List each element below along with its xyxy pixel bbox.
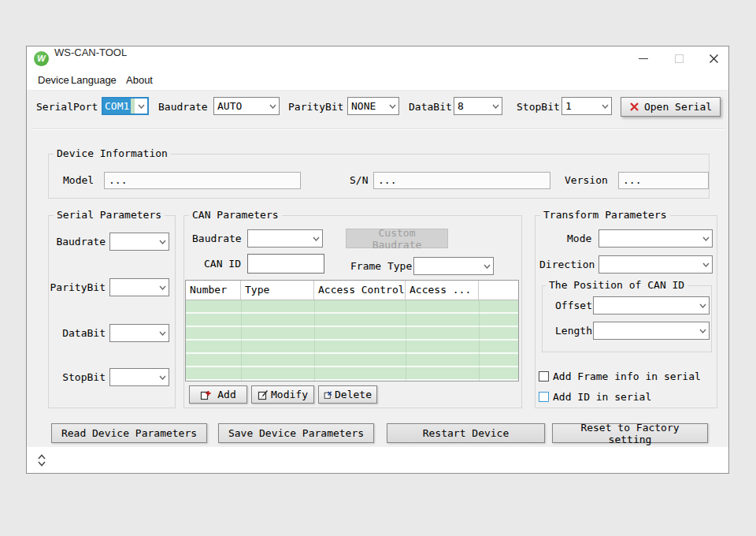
can-filter-table: Number Type Access Control Access ...	[185, 280, 519, 382]
baudrate-combobox[interactable]: AUTO	[213, 97, 280, 115]
add-label: Add	[217, 389, 235, 400]
model-field: ...	[104, 172, 301, 189]
sp-baudrate-combobox[interactable]	[109, 233, 169, 251]
length-label: Length	[555, 322, 592, 340]
minimize-button[interactable]	[631, 50, 656, 67]
can-id-input[interactable]	[247, 254, 324, 274]
sp-paritybit-value	[110, 279, 156, 296]
delete-icon	[324, 389, 332, 400]
transform-parameters-title: Transform Parameters	[540, 209, 670, 221]
table-header-access-control[interactable]: Access Control	[314, 281, 406, 300]
device-information-group: Device Information Model ... S/N ... Ver…	[48, 154, 710, 199]
minimize-icon	[639, 58, 648, 59]
save-device-parameters-label: Save Device Parameters	[228, 427, 364, 439]
menu-device[interactable]: Device	[38, 71, 69, 90]
direction-value	[599, 256, 699, 273]
paritybit-combobox[interactable]: NONE	[347, 97, 399, 115]
databit-value: 8	[454, 98, 489, 114]
reset-factory-label: Reset to Factory setting	[558, 422, 702, 445]
table-header-row: Number Type Access Control Access ...	[186, 281, 518, 300]
table-body[interactable]	[186, 300, 518, 381]
close-icon	[709, 54, 719, 64]
serial-parameters-group: Serial Parameters Baudrate ParityBit Dat…	[48, 215, 176, 408]
chevron-down-icon	[598, 98, 611, 114]
databit-label: DataBit	[409, 97, 452, 117]
table-header-access[interactable]: Access ...	[406, 281, 479, 300]
custom-baudrate-label: Custom Baudrate	[351, 227, 443, 251]
sp-databit-combobox[interactable]	[109, 324, 169, 342]
menu-about[interactable]: About	[126, 71, 153, 90]
chevron-down-icon	[699, 256, 712, 273]
spinner-up-icon[interactable]	[38, 454, 46, 460]
serialport-value: COM1	[103, 99, 131, 114]
offset-combobox[interactable]	[593, 296, 710, 315]
table-header-type[interactable]: Type	[241, 281, 314, 300]
sp-databit-label: DataBit	[62, 324, 106, 342]
direction-label: Direction	[539, 255, 595, 274]
read-device-parameters-label: Read Device Parameters	[61, 427, 197, 439]
paritybit-value: NONE	[348, 98, 386, 114]
serial-parameters-title: Serial Parameters	[54, 209, 165, 221]
chevron-down-icon	[156, 279, 169, 296]
can-baudrate-combobox[interactable]	[247, 229, 323, 248]
sn-label: S/N	[350, 172, 368, 189]
frame-type-label: Frame Type	[350, 257, 412, 275]
sp-stopbit-label: StopBit	[62, 368, 106, 386]
stopbit-combobox[interactable]: 1	[561, 97, 612, 115]
can-id-position-title: The Position of CAN ID	[546, 279, 687, 292]
sp-baudrate-label: Baudrate	[56, 233, 106, 251]
maximize-button[interactable]	[666, 50, 691, 67]
delete-button[interactable]: Delete	[318, 385, 377, 404]
frame-type-value	[414, 258, 480, 274]
offset-label: Offset	[555, 296, 592, 315]
serialport-combobox[interactable]: COM1	[102, 97, 149, 115]
window-title: WS-CAN-TOOL	[54, 47, 127, 71]
add-file-icon	[200, 389, 211, 400]
add-frame-info-label: Add Frame info in serial	[553, 370, 701, 382]
chevron-down-icon	[489, 98, 502, 114]
open-serial-label: Open Serial	[644, 101, 712, 113]
column-separator	[314, 300, 315, 381]
menu-language[interactable]: Language	[71, 71, 117, 90]
add-button[interactable]: Add	[189, 385, 247, 404]
chevron-down-icon	[309, 230, 322, 247]
chevron-down-icon	[135, 99, 147, 114]
open-serial-button[interactable]: Open Serial	[621, 97, 721, 117]
sp-stopbit-value	[110, 369, 156, 385]
save-device-parameters-button[interactable]: Save Device Parameters	[218, 423, 374, 443]
table-header-blank[interactable]	[479, 281, 518, 300]
log-panel-spinner	[36, 451, 47, 470]
paritybit-label: ParityBit	[288, 97, 343, 117]
menu-bar: Device Language About	[27, 71, 728, 91]
maximize-icon	[675, 54, 684, 63]
stopbit-value: 1	[562, 98, 598, 114]
restart-device-button[interactable]: Restart Device	[387, 423, 545, 443]
direction-combobox[interactable]	[598, 255, 713, 274]
sp-stopbit-combobox[interactable]	[109, 368, 169, 386]
close-button[interactable]	[701, 50, 726, 67]
column-separator	[479, 300, 480, 381]
chevron-down-icon	[156, 325, 169, 341]
column-separator	[406, 300, 406, 381]
status-strip	[27, 447, 728, 473]
length-combobox[interactable]	[593, 322, 710, 340]
model-label: Model	[63, 172, 94, 189]
sn-field: ...	[373, 172, 550, 189]
add-id-checkbox[interactable]	[539, 392, 549, 402]
mode-combobox[interactable]	[598, 229, 713, 248]
can-baudrate-value	[248, 230, 309, 247]
databit-combobox[interactable]: 8	[454, 97, 502, 115]
modify-button[interactable]: Modify	[251, 385, 314, 404]
frame-type-combobox[interactable]	[413, 257, 494, 275]
read-device-parameters-button[interactable]: Read Device Parameters	[51, 423, 207, 443]
sp-databit-value	[110, 325, 156, 341]
length-value	[594, 322, 696, 339]
spinner-down-icon[interactable]	[38, 461, 46, 467]
add-frame-info-checkbox[interactable]	[539, 371, 549, 382]
version-field: ...	[618, 172, 709, 189]
transform-parameters-group: Transform Parameters Mode Direction The …	[535, 215, 717, 408]
reset-factory-button[interactable]: Reset to Factory setting	[552, 423, 708, 443]
table-header-number[interactable]: Number	[186, 281, 241, 300]
sp-paritybit-combobox[interactable]	[109, 278, 169, 296]
custom-baudrate-button[interactable]: Custom Baudrate	[346, 229, 448, 248]
